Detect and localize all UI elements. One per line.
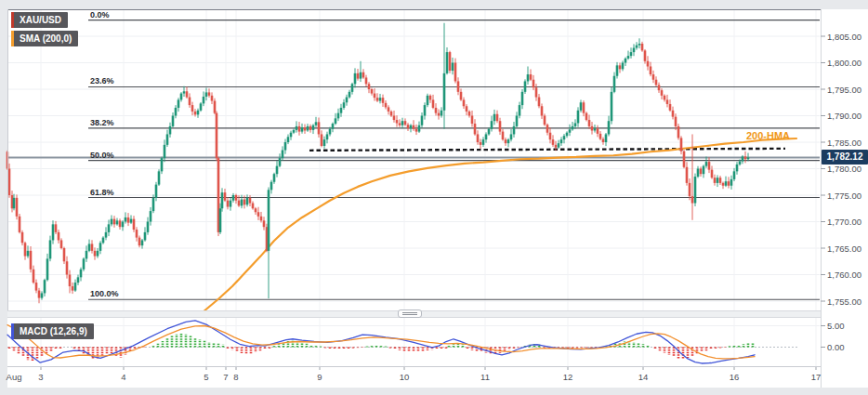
candle-body: [510, 134, 513, 139]
candle-body: [613, 76, 616, 92]
candle-body: [365, 77, 368, 84]
candle-body: [457, 81, 460, 91]
candle-body: [560, 139, 563, 143]
price-axis-label: 1,785.00: [827, 138, 861, 148]
candle-body: [335, 118, 337, 124]
candle-body: [443, 73, 446, 111]
candle-body: [301, 127, 304, 132]
candle-body: [255, 208, 257, 212]
chart-canvas[interactable]: [0, 0, 868, 395]
candle-body: [175, 108, 178, 116]
candle-body: [474, 124, 477, 134]
candle-body: [144, 232, 147, 241]
candle-body: [125, 217, 127, 222]
candle-body: [452, 63, 454, 72]
candle-body: [535, 87, 538, 97]
candle-body: [368, 84, 371, 89]
price-axis-label: 1,770.00: [827, 217, 861, 227]
candle-body: [602, 139, 605, 142]
candle-body: [552, 139, 555, 145]
candle-body: [599, 134, 602, 139]
candle-body: [544, 116, 546, 125]
candle-body: [83, 258, 85, 269]
candle-body: [410, 125, 413, 128]
candle-body: [421, 116, 424, 125]
candle-body: [329, 129, 332, 135]
sma-accent-bar: [11, 31, 14, 46]
price-axis-label: 5.00: [827, 321, 845, 331]
candle-body: [30, 251, 33, 270]
candle-body: [664, 96, 666, 100]
macd-signal-line: [7, 325, 755, 359]
candle-body: [549, 133, 552, 139]
candle-body: [88, 244, 91, 250]
chart-root: XAU/USD SMA (200,0) MACD (12,26,9) 200-H…: [0, 0, 868, 395]
candle-body: [689, 183, 691, 196]
candle-body: [480, 142, 482, 145]
candle-body: [318, 122, 321, 134]
pane-resize-handle[interactable]: [398, 309, 422, 318]
candle-body: [287, 137, 290, 142]
candle-body: [399, 123, 401, 125]
macd-indicator-badge[interactable]: MACD (12,26,9): [11, 323, 94, 339]
time-axis-label: 11: [473, 372, 497, 382]
candle-body: [415, 129, 418, 132]
symbol-badge[interactable]: XAU/USD: [11, 12, 68, 28]
candle-body: [585, 113, 588, 120]
candle-body: [482, 139, 485, 145]
time-axis-label: 12: [556, 372, 580, 382]
candle-body: [407, 125, 410, 128]
candle-body: [290, 133, 293, 138]
candle-body: [583, 102, 585, 112]
candle-body: [164, 145, 166, 158]
price-axis-label: 1,800.00: [827, 58, 861, 68]
candle-body: [97, 251, 99, 257]
candle-body: [200, 103, 203, 110]
candle-body: [468, 112, 471, 116]
hma-annotation-label[interactable]: 200-HMA: [746, 130, 790, 141]
candle-body: [41, 293, 44, 297]
candle-body: [268, 190, 270, 251]
candle-body: [650, 66, 652, 74]
candle-body: [16, 198, 19, 217]
candle-body: [627, 56, 630, 59]
candle-body: [594, 128, 597, 130]
candle-body: [722, 183, 725, 186]
candle-body: [622, 63, 625, 70]
candle-body: [449, 52, 452, 71]
candle-body: [321, 134, 323, 146]
price-axis-label: 1,780.00: [827, 164, 861, 174]
candle-body: [166, 134, 169, 144]
candle-body: [282, 151, 284, 159]
candle-body: [298, 126, 301, 132]
candle-body: [496, 114, 499, 121]
price-axis-label: 1,805.00: [827, 32, 861, 42]
candle-body: [744, 156, 747, 159]
candle-body: [46, 258, 49, 280]
candle-body: [52, 224, 55, 240]
sma-indicator-badge[interactable]: SMA (200,0): [11, 31, 78, 46]
candle-body: [572, 126, 574, 129]
candle-body: [499, 121, 502, 131]
candle-body: [60, 240, 63, 248]
candle-body: [454, 63, 457, 82]
time-axis-label: 16: [722, 372, 746, 382]
candle-body: [742, 156, 744, 161]
candle-body: [563, 136, 566, 139]
candle-body: [127, 217, 130, 223]
candle-body: [441, 111, 443, 116]
candle-body: [541, 106, 544, 115]
fib-level-label: 23.6%: [90, 76, 114, 86]
candle-body: [340, 108, 343, 113]
candle-body: [263, 220, 266, 227]
candle-body: [714, 178, 717, 183]
candle-body: [533, 80, 535, 88]
current-price-badge: 1,782.12: [822, 150, 868, 165]
candle-body: [343, 102, 346, 108]
candle-body: [747, 157, 750, 159]
candle-body: [611, 92, 613, 121]
candle-body: [616, 65, 619, 75]
candle-body: [186, 91, 189, 97]
candle-body: [691, 196, 694, 203]
candle-body: [85, 251, 88, 259]
